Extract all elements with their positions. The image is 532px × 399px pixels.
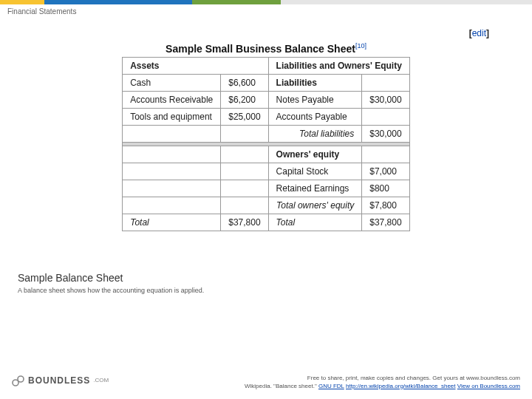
total-equity-label: Total owners' equity (268, 197, 362, 214)
assets-header: Assets (123, 58, 268, 75)
equity-label: Capital Stock (268, 163, 362, 180)
asset-label: Accounts Receivable (123, 92, 221, 109)
attribution-line1: Free to share, print, make copies and ch… (245, 374, 520, 382)
logo-text: BOUNDLESS (28, 375, 90, 386)
edit-anchor[interactable]: edit (472, 28, 486, 38)
figure: Sample Small Business Balance Sheet[10] … (0, 42, 532, 231)
caption-description: A balance sheet shows how the accounting… (18, 287, 505, 294)
accent-bar (0, 0, 532, 4)
svg-point-1 (18, 376, 24, 382)
caption: Sample Balance Sheet A balance sheet sho… (18, 272, 505, 294)
view-on-boundless-link[interactable]: View on Boundless.com (457, 383, 520, 389)
footer: BOUNDLESS.COM Free to share, print, make… (0, 374, 532, 390)
owners-equity-header: Owners' equity (268, 146, 362, 163)
asset-label: Cash (123, 75, 221, 92)
totals-row: Total $37,800 Total $37,800 (123, 214, 410, 231)
accent-yellow (0, 0, 44, 4)
table-row: Total liabilities $30,000 (123, 126, 410, 143)
table-row: Tools and equipment $25,000 Accounts Pay… (123, 109, 410, 126)
liab-label: Accounts Payable (268, 109, 362, 126)
table-row: Cash $6,600 Liabilities (123, 75, 410, 92)
breadcrumb: Financial Statements (0, 4, 532, 16)
accent-blue (44, 0, 192, 4)
table-row: Total owners' equity $7,800 (123, 197, 410, 214)
attribution: Free to share, print, make copies and ch… (245, 374, 520, 390)
total-liabilities-label: Total liabilities (268, 126, 362, 143)
total-equity-amount: $7,800 (362, 197, 410, 214)
equity-label: Retained Earnings (268, 180, 362, 197)
table-row: Retained Earnings $800 (123, 180, 410, 197)
asset-label: Tools and equipment (123, 109, 221, 126)
caption-title: Sample Balance Sheet (18, 272, 505, 284)
figure-citation: [10] (355, 42, 366, 50)
asset-amount (221, 126, 268, 143)
table-row: Capital Stock $7,000 (123, 163, 410, 180)
equity-amount: $800 (362, 180, 410, 197)
owners-equity-header-row: Owners' equity (123, 146, 410, 163)
equity-amount: $7,000 (362, 163, 410, 180)
boundless-logo: BOUNDLESS.COM (12, 374, 109, 387)
liab-amount (362, 109, 410, 126)
accent-green (192, 0, 281, 4)
liab-equity-header: Liabilities and Owners' Equity (268, 58, 409, 75)
liab-amount (362, 75, 410, 92)
total-liabilities-amount: $30,000 (362, 126, 410, 143)
table-header-row: Assets Liabilities and Owners' Equity (123, 58, 410, 75)
total-liab-equity-label: Total (268, 214, 362, 231)
asset-amount: $25,000 (221, 109, 268, 126)
edit-link: [edit] (469, 28, 489, 38)
source-link[interactable]: http://en.wikipedia.org/wiki/Balance_she… (346, 383, 456, 389)
liab-label: Notes Payable (268, 92, 362, 109)
logo-com: .COM (93, 377, 109, 383)
attribution-line2: Wikipedia. "Balance sheet." GNU FDL http… (245, 382, 520, 390)
table-row: Accounts Receivable $6,200 Notes Payable… (123, 92, 410, 109)
slide: Financial Statements [edit] Sample Small… (0, 0, 532, 399)
asset-amount: $6,200 (221, 92, 268, 109)
asset-label (123, 126, 221, 143)
liab-amount: $30,000 (362, 92, 410, 109)
total-assets-amount: $37,800 (221, 214, 268, 231)
liabilities-subheader: Liabilities (268, 75, 362, 92)
asset-amount: $6,600 (221, 75, 268, 92)
figure-title: Sample Small Business Balance Sheet (166, 43, 355, 55)
accent-grey (281, 0, 532, 4)
total-assets-label: Total (123, 214, 221, 231)
balance-sheet-table: Assets Liabilities and Owners' Equity Ca… (122, 57, 410, 231)
total-liab-equity-amount: $37,800 (362, 214, 410, 231)
logo-icon (12, 374, 25, 387)
license-link[interactable]: GNU FDL (318, 383, 344, 389)
attribution-prefix: Wikipedia. "Balance sheet." (245, 383, 318, 389)
